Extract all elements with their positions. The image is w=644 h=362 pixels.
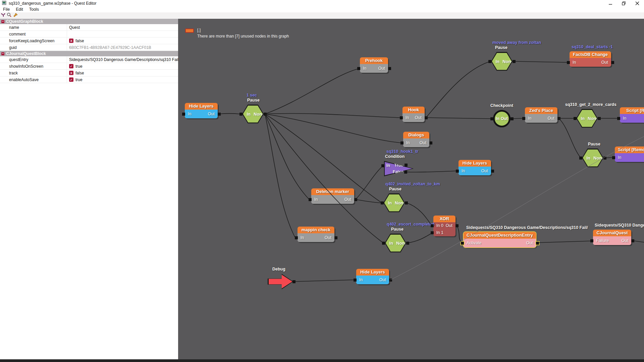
property-row-track[interactable]: trackXfalse: [0, 70, 178, 76]
connection-port[interactable]: [429, 141, 432, 144]
connection-port[interactable]: [239, 113, 243, 116]
connection-port[interactable]: [218, 113, 221, 116]
menu-item-edit[interactable]: Edit: [13, 7, 26, 12]
property-value[interactable]: ✓true: [67, 63, 178, 69]
property-row-name[interactable]: nameQuest: [0, 24, 178, 31]
graph-node-hex-get-cards[interactable]: InNone: [576, 109, 598, 128]
connection-port[interactable]: [536, 242, 539, 245]
graph-node-pause-invited[interactable]: InNone: [383, 193, 405, 212]
graph-node-mappin-check[interactable]: mappin checkInOut: [298, 227, 334, 242]
graph-node-script-top[interactable]: Script [ReIn: [620, 107, 644, 123]
connection-port[interactable]: [334, 236, 337, 239]
connection-port[interactable]: [617, 117, 620, 120]
connection-port[interactable]: [590, 239, 593, 242]
graph-canvas[interactable]: [.] There are more than [7] unused nodes…: [178, 19, 644, 359]
connection-port[interactable]: [488, 60, 491, 63]
property-value[interactable]: Quest: [67, 24, 178, 31]
connection-port[interactable]: [400, 141, 404, 144]
connection-port[interactable]: [382, 242, 385, 245]
connection-port[interactable]: [612, 156, 615, 159]
graph-node-pause-1sec[interactable]: InNone: [242, 105, 264, 123]
graph-node-pause-right[interactable]: InNone: [582, 148, 603, 167]
horizontal-scrollbar[interactable]: [0, 359, 644, 362]
close-button[interactable]: [631, 0, 644, 7]
connection-port[interactable]: [603, 157, 606, 160]
connection-port[interactable]: [309, 198, 312, 201]
cross-icon[interactable]: X: [69, 39, 73, 43]
connection-port[interactable]: [631, 239, 634, 242]
connection-port[interactable]: [354, 198, 357, 201]
connection-port[interactable]: [579, 157, 582, 160]
property-section-cquestgraphblock[interactable]: –CQuestGraphBlock: [0, 19, 178, 24]
connection-port[interactable]: [295, 236, 298, 239]
connection-port[interactable]: [357, 67, 360, 70]
connection-port[interactable]: [405, 201, 408, 204]
graph-node-journal-desc-entry[interactable]: CJournalQuestDescriptionEntryActivateOut: [464, 232, 536, 247]
property-row-guid[interactable]: guid6B0C7FB1-4B92BA67-2E47929C-1AACF01B: [0, 44, 178, 51]
collapse-icon[interactable]: –: [1, 20, 4, 23]
connection-port[interactable]: [425, 116, 428, 119]
cross-icon[interactable]: X: [69, 71, 73, 75]
connection-port[interactable]: [406, 242, 409, 245]
property-section-cjournalquestblock[interactable]: –CJournalQuestBlock: [0, 51, 178, 56]
connection-port[interactable]: [389, 279, 392, 282]
checked-icon[interactable]: ✓: [69, 77, 73, 82]
graph-node-xor[interactable]: XORIn 0OutIn 1: [433, 216, 455, 236]
property-value[interactable]: 6B0C7FB1-4B92BA67-2E47929C-1AACF01B: [67, 44, 178, 51]
connection-port[interactable]: [431, 231, 434, 234]
connection-port[interactable]: [400, 116, 403, 119]
connection-port[interactable]: [388, 67, 391, 70]
graph-node-pause-moved[interactable]: InNone: [491, 52, 513, 71]
graph-node-factsdb-change[interactable]: FactsDB ChangeInOut: [570, 51, 611, 67]
graph-node-cjournal-quest[interactable]: CJournalQuestFailureOut: [593, 230, 631, 245]
restore-button[interactable]: [617, 0, 631, 7]
graph-node-deletion-marker[interactable]: Deletion markerInOut: [311, 188, 354, 204]
connection-port[interactable]: [431, 224, 434, 227]
zoom-icon[interactable]: [7, 12, 12, 19]
menu-item-tools[interactable]: Tools: [26, 7, 42, 12]
graph-node-dialogs[interactable]: DialogsInOut: [403, 132, 429, 147]
property-value[interactable]: Xfalse: [67, 38, 178, 44]
collapse-icon[interactable]: –: [1, 52, 4, 55]
graph-node-debug-start[interactable]: [268, 274, 293, 290]
graph-node-checkpoint[interactable]: InOut: [493, 110, 511, 127]
graph-node-hide-layers-2[interactable]: Hide LayersInOut: [459, 160, 491, 175]
connection-port[interactable]: [455, 224, 459, 227]
property-value[interactable]: [67, 31, 178, 37]
connection-port[interactable]: [264, 113, 267, 116]
connection-port[interactable]: [522, 117, 525, 120]
minimize-button[interactable]: [604, 0, 617, 7]
property-row-showInfoOnScreen[interactable]: showInfoOnScreen✓true: [0, 63, 178, 70]
property-value[interactable]: ✓true: [67, 76, 178, 83]
property-row-enableAutoSave[interactable]: enableAutoSave✓true: [0, 76, 178, 83]
connection-port[interactable]: [381, 201, 384, 204]
connection-port[interactable]: [354, 279, 357, 282]
connection-port[interactable]: [404, 171, 407, 174]
connection-port[interactable]: [574, 117, 577, 120]
connection-port[interactable]: [381, 164, 384, 167]
graph-node-hide-layers-3[interactable]: Hide LayersInOut: [356, 269, 389, 284]
connection-port[interactable]: [598, 117, 601, 120]
connection-port[interactable]: [513, 60, 516, 63]
graph-node-hook[interactable]: HookInOut: [402, 107, 425, 122]
graph-node-hide-layers-1[interactable]: Hide LayersInOut: [185, 103, 218, 118]
property-value[interactable]: Xfalse: [67, 70, 178, 76]
graph-node-pause-escort[interactable]: InNone: [385, 234, 406, 252]
cleanup-brush-icon[interactable]: [13, 12, 18, 19]
graph-node-zeds-place[interactable]: Zed's PlaceInOut: [525, 107, 557, 123]
connection-port[interactable]: [292, 280, 296, 283]
menu-item-file[interactable]: File: [0, 7, 13, 12]
graph-node-prehook[interactable]: PrehookInOut: [360, 57, 388, 73]
checked-icon[interactable]: ✓: [69, 64, 73, 68]
connection-port[interactable]: [182, 113, 185, 116]
property-row-questEntry[interactable]: questEntrySidequests/SQ310 Dangerous Gam…: [0, 56, 178, 63]
graph-node-script-bottom[interactable]: Script [RemoIn: [615, 146, 644, 162]
fit-view-icon[interactable]: [1, 12, 6, 19]
connection-port[interactable]: [461, 242, 464, 245]
graph-node-condition[interactable]: InTrueFalse: [384, 161, 414, 176]
unused-node-marker[interactable]: [185, 28, 194, 33]
property-row-forceKeepLoadingScreen[interactable]: forceKeepLoadingScreenXfalse: [0, 38, 178, 44]
connection-port[interactable]: [611, 61, 614, 64]
connection-port[interactable]: [557, 117, 560, 120]
property-value[interactable]: Sidequests/SQ310 Dangerous Game/Descript…: [67, 56, 178, 63]
